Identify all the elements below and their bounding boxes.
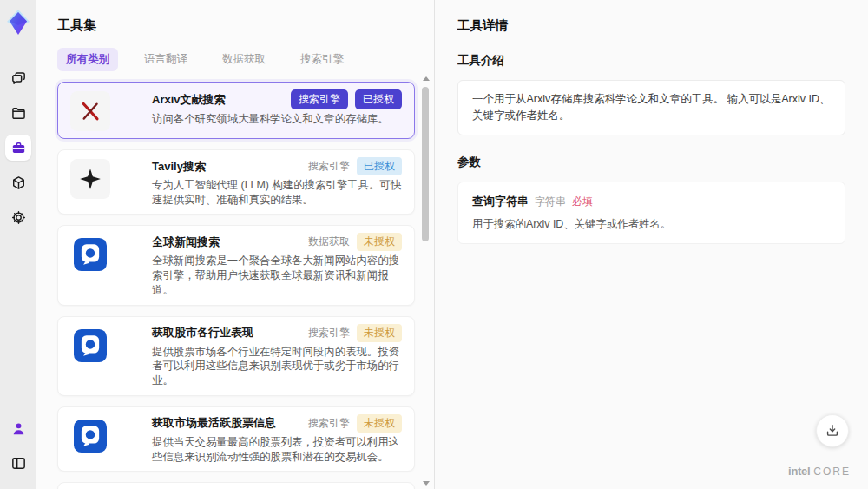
- tool-badges: 搜索引擎 已授权: [308, 157, 402, 175]
- tool-description: 访问各个研究领域大量科学论文和文章的存储库。: [152, 112, 402, 127]
- category-tabs: 所有类别语言翻译数据获取搜索引擎: [57, 48, 415, 71]
- scroll-down-arrow[interactable]: [423, 481, 430, 486]
- category-label: 搜索引擎: [308, 416, 350, 431]
- chat-icon: [10, 69, 28, 88]
- auth-badge: 未授权: [357, 414, 402, 433]
- folder-icon: [10, 104, 28, 122]
- param-card: 查询字符串 字符串 必填 用于搜索的Arxiv ID、关键字或作者姓名。: [457, 182, 845, 244]
- download-icon: [824, 422, 841, 439]
- tab-search-engine[interactable]: 搜索引擎: [292, 48, 352, 71]
- tool-badges: 搜索引擎 未授权: [308, 324, 402, 342]
- tab-all-categories[interactable]: 所有类别: [57, 48, 118, 71]
- tool-card-body: 获取市场最活跃股票信息 搜索引擎 未授权 提供当天交易量最高的股票列表，投资者可…: [152, 414, 402, 464]
- param-description: 用于搜索的Arxiv ID、关键字或作者姓名。: [472, 217, 831, 232]
- tool-card-head: Tavily搜索 搜索引擎 已授权: [152, 157, 402, 175]
- tab-language-translation[interactable]: 语言翻译: [135, 48, 196, 71]
- intro-label: 工具介绍: [457, 53, 845, 69]
- app-root: 工具集 所有类别语言翻译数据获取搜索引擎 Arxiv文献搜索 搜索引擎 已授权 …: [0, 0, 868, 489]
- tool-card-head: 获取股市各行业表现 搜索引擎 未授权: [152, 324, 402, 342]
- tool-title: 获取股市各行业表现: [152, 325, 253, 340]
- brand-intel: intel: [788, 465, 810, 478]
- tool-detail-panel: 工具详情 工具介绍 一个用于从Arxiv存储库搜索科学论文和文章的工具。 输入可…: [434, 0, 868, 489]
- sidebar-item-account[interactable]: [5, 415, 31, 441]
- auth-badge: 未授权: [357, 233, 402, 251]
- tool-card[interactable]: 全球新闻搜索 数据获取 未授权 全球新闻搜索是一个聚合全球各大新闻网站内容的搜索…: [57, 225, 415, 305]
- sidebar: [0, 0, 36, 489]
- news-search-icon: [70, 416, 110, 456]
- param-name: 查询字符串: [472, 194, 529, 209]
- tool-card[interactable]: Arxiv文献搜索 搜索引擎 已授权 访问各个研究领域大量科学论文和文章的存储库…: [57, 82, 415, 139]
- tool-card[interactable]: 获取股市各行业表现 搜索引擎 未授权 提供股票市场各个行业在特定时间段内的表现。…: [57, 316, 415, 396]
- tool-card-body: Arxiv文献搜索 搜索引擎 已授权 访问各个研究领域大量科学论文和文章的存储库…: [152, 89, 402, 131]
- tool-card-body: 全球新闻搜索 数据获取 未授权 全球新闻搜索是一个聚合全球各大新闻网站内容的搜索…: [152, 233, 402, 297]
- tool-description: 全球新闻搜索是一个聚合全球各大新闻网站内容的搜索引擎，帮助用户快速获取全球最新资…: [152, 254, 402, 297]
- panel-layout-icon: [10, 454, 28, 472]
- tool-badges: 搜索引擎 已授权: [291, 89, 402, 109]
- sidebar-item-settings[interactable]: [5, 204, 31, 230]
- tool-intro-text: 一个用于从Arxiv存储库搜索科学论文和文章的工具。 输入可以是Arxiv ID…: [457, 80, 845, 135]
- auth-badge[interactable]: 已授权: [355, 89, 402, 109]
- download-button[interactable]: [816, 414, 849, 447]
- tool-cards: Arxiv文献搜索 搜索引擎 已授权 访问各个研究领域大量科学论文和文章的存储库…: [57, 82, 415, 489]
- cube-icon: [10, 174, 28, 192]
- sparkle-icon: [70, 159, 110, 199]
- tool-badges: 数据获取 未授权: [308, 233, 402, 251]
- tool-description: 专为人工智能代理 (LLM) 构建的搜索引擎工具。可快速提供实时、准确和真实的结…: [152, 178, 402, 207]
- tool-title: Arxiv文献搜索: [152, 92, 226, 108]
- tool-card-head: Arxiv文献搜索 搜索引擎 已授权: [152, 89, 402, 109]
- tool-card-head: 全球新闻搜索 数据获取 未授权: [152, 233, 402, 251]
- tool-title: 全球新闻搜索: [152, 235, 220, 250]
- scroll-up-arrow[interactable]: [423, 76, 430, 81]
- news-search-icon: [70, 326, 110, 366]
- intel-core-logo: intel core: [788, 465, 851, 478]
- arxiv-icon: [70, 91, 110, 131]
- tool-description: 提供股票市场各个行业在特定时间段内的表现。投资者可以利用这些信息来识别表现优于或…: [152, 345, 402, 388]
- tool-card[interactable]: 万维地区新闻查询 搜索引擎 未授权 查询具体行政区划内的新闻，快速了解各地新闻动…: [57, 482, 415, 489]
- news-search-icon: [70, 235, 110, 274]
- category-badge[interactable]: 搜索引擎: [291, 89, 348, 109]
- scrollbar: [421, 76, 430, 486]
- tab-data-fetch[interactable]: 数据获取: [214, 48, 274, 71]
- briefcase-icon: [10, 139, 28, 157]
- detail-title: 工具详情: [457, 17, 845, 34]
- tool-card-head: 获取市场最活跃股票信息 搜索引擎 未授权: [152, 414, 402, 433]
- tool-list-panel: 工具集 所有类别语言翻译数据获取搜索引擎 Arxiv文献搜索 搜索引擎 已授权 …: [36, 0, 434, 489]
- tool-title: 获取市场最活跃股票信息: [152, 415, 276, 431]
- tool-description: 提供当天交易量最高的股票列表，投资者可以利用这些信息来识别流动性强的股票和潜在的…: [152, 435, 402, 464]
- app-logo[interactable]: [3, 7, 34, 38]
- scrollbar-thumb[interactable]: [422, 87, 429, 241]
- params-label: 参数: [457, 155, 845, 170]
- param-type: 字符串: [535, 195, 566, 209]
- sidebar-item-files[interactable]: [5, 100, 31, 126]
- brand-core: core: [813, 466, 851, 478]
- tool-badges: 搜索引擎 未授权: [308, 414, 402, 433]
- param-head: 查询字符串 字符串 必填: [472, 194, 831, 209]
- param-required-badge: 必填: [572, 195, 593, 209]
- auth-badge: 已授权: [357, 157, 402, 175]
- tool-title: Tavily搜索: [152, 159, 206, 175]
- diamond-logo-icon: [3, 7, 34, 38]
- sidebar-item-models[interactable]: [5, 169, 31, 195]
- category-label: 数据获取: [308, 235, 350, 249]
- tool-card[interactable]: 获取市场最活跃股票信息 搜索引擎 未授权 提供当天交易量最高的股票列表，投资者可…: [57, 406, 415, 472]
- page-title: 工具集: [57, 17, 415, 34]
- sidebar-item-panel-toggle[interactable]: [5, 450, 31, 476]
- category-label: 搜索引擎: [308, 326, 350, 340]
- tool-card-body: Tavily搜索 搜索引擎 已授权 专为人工智能代理 (LLM) 构建的搜索引擎…: [152, 157, 402, 207]
- sidebar-item-chat[interactable]: [5, 65, 31, 91]
- auth-badge: 未授权: [357, 324, 402, 342]
- tool-card[interactable]: Tavily搜索 搜索引擎 已授权 专为人工智能代理 (LLM) 构建的搜索引擎…: [57, 149, 415, 215]
- gear-icon: [10, 208, 28, 227]
- user-icon: [10, 420, 28, 438]
- category-label: 搜索引擎: [308, 159, 350, 174]
- tool-card-body: 获取股市各行业表现 搜索引擎 未授权 提供股票市场各个行业在特定时间段内的表现。…: [152, 324, 402, 388]
- sidebar-item-tools[interactable]: [5, 135, 31, 161]
